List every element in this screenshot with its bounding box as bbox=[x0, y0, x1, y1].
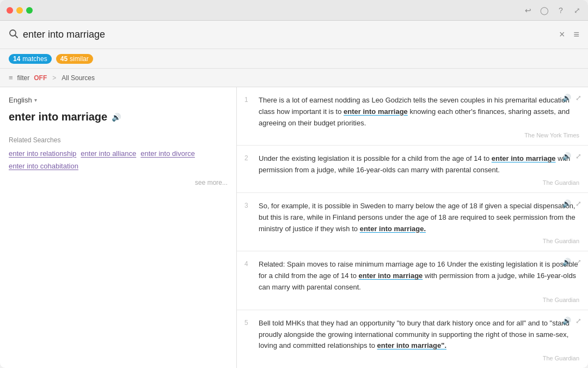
titlebar-right: ↩ ◯ ? ⤢ bbox=[524, 6, 581, 15]
result-text: There is a lot of earnest nodding as Leo… bbox=[259, 95, 579, 129]
related-searches: Related Searches enter into relationship… bbox=[9, 136, 228, 186]
filter-bar: ≡ filter OFF > All Sources bbox=[0, 69, 588, 87]
clear-search-button[interactable]: × bbox=[559, 29, 565, 40]
result-highlight: enter into marriage". bbox=[377, 341, 447, 349]
result-text: Related: Spain moves to raise minimum ma… bbox=[259, 259, 579, 293]
left-panel: English ▾ enter into marriage 🔊 Related … bbox=[0, 87, 237, 368]
similar-count: 45 bbox=[60, 55, 68, 63]
expand-icon[interactable]: ⤢ bbox=[575, 152, 581, 160]
maximize-button[interactable] bbox=[26, 7, 33, 14]
related-searches-title: Related Searches bbox=[9, 136, 228, 144]
result-highlight: enter into marriage. bbox=[360, 225, 426, 233]
filter-separator: > bbox=[52, 74, 56, 82]
result-item: 5 🔊 ⤢ Bell told MHKs that they had an op… bbox=[237, 310, 588, 368]
related-tag-relationship[interactable]: enter into relationship bbox=[9, 149, 76, 158]
circle-icon[interactable]: ◯ bbox=[540, 6, 549, 15]
matches-label: matches bbox=[22, 55, 47, 63]
speaker-icon[interactable]: 🔊 bbox=[562, 200, 571, 208]
result-text: So, for example, it is possible in Swede… bbox=[259, 201, 579, 234]
minimize-button[interactable] bbox=[16, 7, 23, 14]
search-query[interactable]: enter into marriage bbox=[23, 29, 559, 40]
result-actions: 🔊 ⤢ bbox=[562, 258, 581, 266]
result-highlight: enter into marriage bbox=[359, 272, 423, 280]
result-source: The Guardian bbox=[259, 355, 579, 361]
result-actions: 🔊 ⤢ bbox=[562, 200, 581, 208]
titlebar: ↩ ◯ ? ⤢ bbox=[0, 0, 588, 21]
related-tag-divorce[interactable]: enter into divorce bbox=[140, 149, 195, 158]
badges-bar: 14 matches 45 similar bbox=[0, 49, 588, 69]
right-panel: 1 🔊 ⤢ There is a lot of earnest nodding … bbox=[237, 87, 588, 368]
expand-icon[interactable]: ⤢ bbox=[575, 200, 581, 208]
result-actions: 🔊 ⤢ bbox=[562, 94, 581, 102]
speaker-icon[interactable]: 🔊 bbox=[562, 258, 571, 266]
expand-icon[interactable]: ⤢ bbox=[575, 258, 581, 266]
chevron-down-icon: ▾ bbox=[34, 97, 37, 103]
result-number: 3 bbox=[244, 202, 248, 209]
speaker-icon[interactable]: 🔊 bbox=[562, 317, 571, 325]
speaker-icon[interactable]: 🔊 bbox=[562, 94, 571, 102]
result-source: The Guardian bbox=[259, 238, 579, 244]
related-tags: enter into relationship enter into allia… bbox=[9, 149, 228, 170]
searchbar-actions: × ≡ bbox=[559, 29, 579, 40]
close-button[interactable] bbox=[7, 7, 13, 14]
history-icon[interactable]: ↩ bbox=[524, 6, 532, 15]
app-window: ↩ ◯ ? ⤢ enter into marriage × ≡ 14 match… bbox=[0, 0, 588, 368]
similar-badge[interactable]: 45 similar bbox=[56, 54, 93, 64]
filter-icon: ≡ bbox=[9, 74, 13, 82]
main-phrase-container: enter into marriage 🔊 bbox=[9, 111, 228, 123]
filter-sources[interactable]: All Sources bbox=[62, 74, 95, 82]
matches-badge[interactable]: 14 matches bbox=[9, 54, 52, 64]
filter-label: filter bbox=[17, 74, 30, 82]
result-number: 4 bbox=[244, 260, 248, 268]
speaker-icon[interactable]: 🔊 bbox=[112, 113, 121, 122]
search-icon bbox=[9, 29, 19, 41]
result-actions: 🔊 ⤢ bbox=[562, 317, 581, 325]
fullscreen-icon[interactable]: ⤢ bbox=[573, 6, 581, 15]
question-icon[interactable]: ? bbox=[556, 6, 565, 15]
traffic-lights bbox=[7, 7, 33, 14]
result-source: The Guardian bbox=[259, 179, 579, 186]
speaker-icon[interactable]: 🔊 bbox=[562, 152, 571, 160]
svg-line-1 bbox=[15, 35, 18, 38]
expand-icon[interactable]: ⤢ bbox=[575, 94, 581, 102]
result-item: 2 🔊 ⤢ Under the existing legislation it … bbox=[237, 146, 588, 193]
result-item: 3 🔊 ⤢ So, for example, it is possible in… bbox=[237, 193, 588, 251]
main-content: English ▾ enter into marriage 🔊 Related … bbox=[0, 87, 588, 368]
result-item: 1 🔊 ⤢ There is a lot of earnest nodding … bbox=[237, 87, 588, 146]
see-more-button[interactable]: see more... bbox=[9, 179, 228, 186]
result-source: The New York Times bbox=[259, 132, 579, 138]
menu-button[interactable]: ≡ bbox=[573, 29, 579, 40]
main-phrase-text: enter into marriage bbox=[9, 111, 107, 123]
language-label: English bbox=[9, 96, 32, 104]
result-highlight: enter into marriage bbox=[492, 154, 556, 162]
result-source: The Guardian bbox=[259, 297, 579, 303]
result-number: 2 bbox=[244, 154, 248, 162]
result-number: 1 bbox=[244, 96, 248, 104]
result-item: 4 🔊 ⤢ Related: Spain moves to raise mini… bbox=[237, 251, 588, 310]
result-text-before: Under the existing legislation it is pos… bbox=[259, 154, 492, 162]
result-text: Under the existing legislation it is pos… bbox=[259, 153, 579, 176]
related-tag-cohabitation[interactable]: enter into cohabitation bbox=[9, 162, 78, 170]
language-selector[interactable]: English ▾ bbox=[9, 96, 228, 104]
result-text: Bell told MHKs that they had an opportun… bbox=[259, 318, 579, 352]
expand-icon[interactable]: ⤢ bbox=[575, 317, 581, 325]
related-tag-alliance[interactable]: enter into alliance bbox=[81, 149, 136, 158]
filter-status[interactable]: OFF bbox=[34, 74, 47, 82]
result-number: 5 bbox=[244, 319, 248, 327]
result-actions: 🔊 ⤢ bbox=[562, 152, 581, 160]
search-bar: enter into marriage × ≡ bbox=[0, 21, 588, 49]
similar-label: similar bbox=[70, 55, 89, 63]
result-highlight: enter into marriage bbox=[344, 107, 408, 116]
matches-count: 14 bbox=[13, 55, 20, 63]
